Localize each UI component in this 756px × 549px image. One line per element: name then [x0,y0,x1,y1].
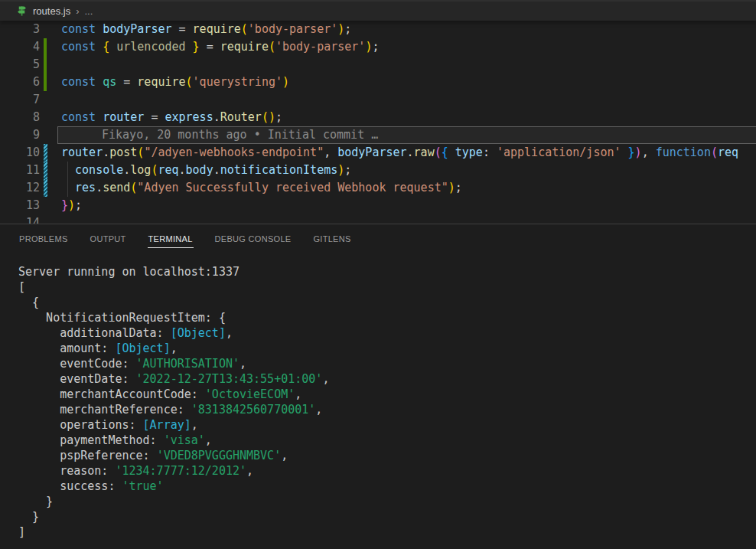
terminal-token: [Object] [171,326,226,340]
terminal-token: reason: [18,464,115,478]
code-text: console.log(req.body.notificationItems); [61,162,351,179]
code-line-13[interactable]: 13}); [0,197,756,214]
bottom-panel: PROBLEMSOUTPUTTERMINALDEBUG CONSOLEGITLE… [0,224,756,549]
code-line-12[interactable]: 12 res.send("Adyen Successfully received… [0,179,756,197]
terminal-token: success: [18,479,122,493]
terminal-output[interactable]: Server running on localhost:1337[ { Noti… [0,253,756,540]
code-token: , [324,145,337,159]
terminal-token: } [18,495,53,508]
line-number: 11 [0,162,40,179]
code-line-11[interactable]: 11 console.log(req.body.notificationItem… [0,162,756,179]
code-token: . [213,110,220,124]
terminal-token: 'OctovieECOM' [205,387,295,401]
terminal-token: , [191,418,198,432]
terminal-line: } [18,494,756,509]
code-token: . [123,163,130,177]
panel-tab-debug-console[interactable]: DEBUG CONSOLE [214,230,292,248]
panel-tab-problems[interactable]: PROBLEMS [18,230,69,248]
terminal-line: merchantReference: '8313842560770001', [18,402,756,417]
code-token: require [193,22,241,36]
code-token: ( [130,181,137,194]
code-line-8[interactable]: 8const router = express.Router(); [0,109,756,126]
line-number: 14 [0,214,40,224]
code-token: ) [282,75,289,89]
code-token: ( [711,145,718,159]
breadcrumb-filename[interactable]: routes.js [33,5,70,17]
code-token: ) [635,145,642,159]
routing-file-icon [16,5,28,17]
code-line-14[interactable]: 14 [0,214,756,224]
gutter-added-indicator [44,38,47,56]
code-line-4[interactable]: 4const { urlencoded } = require('body-pa… [0,38,756,56]
line-number: 5 [0,56,40,74]
code-token: Router [220,110,262,124]
code-editor[interactable]: 3const bodyParser = require('body-parser… [0,21,756,224]
code-token: ; [344,163,351,177]
terminal-line: eventCode: 'AUTHORISATION', [18,356,756,371]
panel-tab-bar: PROBLEMSOUTPUTTERMINALDEBUG CONSOLEGITLE… [0,224,756,253]
code-token: 'body-parser' [248,22,337,36]
code-token: ; [344,22,351,36]
line-number: 9 [0,126,40,144]
terminal-line: eventDate: '2022-12-27T13:43:55+01:00', [18,371,756,387]
terminal-token: Server running on localhost:1337 [18,265,240,279]
code-token [96,110,103,124]
code-token [186,40,193,54]
line-number: 6 [0,74,40,91]
terminal-token: , [240,357,246,371]
code-token: require [220,40,269,54]
code-token: "/adyen-webhooks-endpoint" [144,145,324,159]
code-token: ( [241,22,248,36]
code-text: res.send("Adyen Successfully received We… [61,179,462,197]
terminal-token: , [322,372,329,386]
terminal-line: ] [18,524,756,540]
code-token [61,163,75,177]
code-line-6[interactable]: 6const qs = require('querystring') [0,74,756,91]
code-token: . [179,163,186,177]
terminal-token: [ [18,280,25,294]
terminal-token: , [171,341,178,355]
terminal-line: paymentMethod: 'visa', [18,433,756,448]
code-token: () [262,110,275,124]
code-token: const [61,40,96,54]
code-token: } [61,198,68,212]
code-token: ( [435,145,442,159]
code-token [621,145,628,159]
terminal-line: amount: [Object], [18,341,756,356]
terminal-line: { [18,295,756,310]
inline-blame-annotation[interactable]: Fikayo, 20 months ago • Initial commit … [57,126,756,144]
terminal-line: merchantAccountCode: 'OctovieECOM', [18,387,756,402]
code-token: qs [103,75,116,89]
terminal-token: { [18,296,39,309]
code-token: req [718,145,738,159]
code-token: = [116,75,137,89]
code-token [96,22,103,36]
terminal-token: , [281,449,288,462]
code-line-3[interactable]: 3const bodyParser = require('body-parser… [0,21,756,38]
line-number: 8 [0,109,40,126]
terminal-token: '2022-12-27T13:43:55+01:00' [136,372,323,386]
terminal-token: pspReference: [18,449,157,462]
terminal-token: merchantReference: [18,403,191,417]
line-number: 4 [0,38,40,56]
code-token: const [61,110,96,124]
panel-tab-gitlens[interactable]: GITLENS [312,230,351,248]
code-token: = [200,40,220,54]
code-token: ) [68,198,75,212]
code-token: body [186,163,213,177]
code-token: type [455,145,483,159]
breadcrumb-symbol-path[interactable]: ... [84,5,93,17]
code-token: console [75,163,123,177]
terminal-line: success: 'true' [18,479,756,494]
code-token: require [137,75,185,89]
terminal-token: merchantAccountCode: [18,387,205,401]
panel-tab-terminal[interactable]: TERMINAL [148,230,194,248]
terminal-line: additionalData: [Object], [18,325,756,341]
code-line-10[interactable]: 10router.post("/adyen-webhooks-endpoint"… [0,144,756,162]
code-line-7[interactable]: 7 [0,91,756,109]
line-number: 13 [0,197,40,214]
code-line-9[interactable]: 9Fikayo, 20 months ago • Initial commit … [0,126,756,144]
terminal-token: [Array] [143,418,191,432]
code-line-5[interactable]: 5 [0,56,756,74]
panel-tab-output[interactable]: OUTPUT [90,230,127,248]
